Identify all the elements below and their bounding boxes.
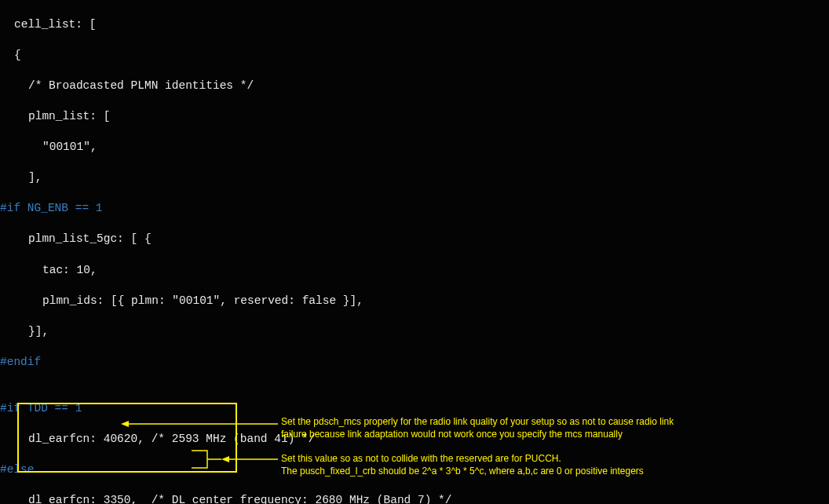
code-line: plmn_list_5gc: [ { bbox=[0, 232, 829, 247]
preprocessor-line: #if NG_ENB == 1 bbox=[0, 201, 829, 217]
annotation-text: failure because link adaptation would no… bbox=[281, 429, 623, 440]
code-line: /* Broadcasted PLMN identities */ bbox=[0, 79, 829, 94]
preprocessor-line: #endif bbox=[0, 355, 829, 371]
annotation-text: Set the pdsch_mcs properly for the radio… bbox=[281, 416, 674, 427]
annotation-2: Set this value so as not to collide with… bbox=[281, 452, 815, 477]
code-line: cell_list: [ bbox=[0, 17, 829, 33]
code-line: plmn_list: [ bbox=[0, 109, 829, 125]
annotation-text: The pusch_fixed_l_crb should be 2^a * 3^… bbox=[281, 466, 644, 477]
code-line: tac: 10, bbox=[0, 263, 829, 279]
code-line: dl_earfcn: 3350, /* DL center frequency:… bbox=[0, 493, 829, 504]
code-line: "00101", bbox=[0, 140, 829, 155]
code-line: plmn_ids: [{ plmn: "00101", reserved: fa… bbox=[0, 294, 829, 309]
preprocessor-line: #if TDD == 1 bbox=[0, 401, 829, 417]
annotation-text: Set this value so as not to collide with… bbox=[281, 453, 561, 464]
annotation-1: Set the pdsch_mcs properly for the radio… bbox=[281, 415, 815, 440]
code-line: { bbox=[0, 48, 829, 64]
code-line: ], bbox=[0, 170, 829, 186]
code-line: }], bbox=[0, 324, 829, 340]
